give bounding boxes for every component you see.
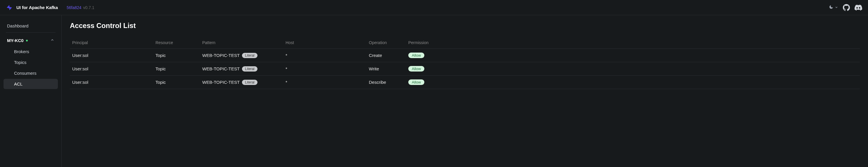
moon-icon: [829, 5, 834, 10]
pattern-type-badge: Literal: [242, 80, 257, 85]
sidebar-item-dashboard[interactable]: Dashboard: [6, 21, 56, 33]
cell-pattern: WEB-TOPIC-TESTLiteral: [200, 62, 283, 76]
col-header-permission[interactable]: Permission: [406, 37, 860, 49]
cluster-header[interactable]: MY-KC0: [0, 35, 61, 46]
permission-badge: Allow: [408, 53, 424, 58]
cell-operation: Describe: [367, 76, 406, 89]
sidebar-item-brokers[interactable]: Brokers: [3, 46, 58, 57]
col-header-operation[interactable]: Operation: [367, 37, 406, 49]
cell-host: *: [283, 49, 367, 62]
cell-operation: Create: [367, 49, 406, 62]
col-header-resource[interactable]: Resource: [153, 37, 200, 49]
sidebar-item-consumers[interactable]: Consumers: [3, 68, 58, 78]
cell-permission: Allow: [406, 62, 860, 76]
cell-resource: Topic: [153, 76, 200, 89]
app-title: UI for Apache Kafka: [17, 5, 58, 10]
cell-pattern: WEB-TOPIC-TESTLiteral: [200, 49, 283, 62]
cell-resource: Topic: [153, 49, 200, 62]
cell-permission: Allow: [406, 76, 860, 89]
commit-hash-link[interactable]: 56fa824: [67, 5, 82, 10]
cluster-name: MY-KC0: [7, 38, 24, 43]
logo-container: UI for Apache Kafka: [6, 4, 58, 11]
app-header: UI for Apache Kafka 56fa824 v0.7.1: [0, 0, 868, 15]
header-right: [829, 4, 862, 11]
version-container: 56fa824 v0.7.1: [67, 5, 94, 10]
table-row[interactable]: User:solTopicWEB-TOPIC-TESTLiteral*Write…: [70, 62, 860, 76]
status-dot-icon: [26, 40, 28, 41]
chevron-up-icon: [50, 38, 54, 43]
table-row[interactable]: User:solTopicWEB-TOPIC-TESTLiteral*Creat…: [70, 49, 860, 62]
cell-operation: Write: [367, 62, 406, 76]
col-header-host[interactable]: Host: [283, 37, 367, 49]
page-title: Access Control List: [70, 22, 860, 30]
chevron-down-icon: [835, 5, 838, 10]
pattern-name: WEB-TOPIC-TEST: [202, 66, 240, 71]
sidebar: Dashboard MY-KC0 Brokers Topics Consumer…: [0, 15, 62, 167]
pattern-type-badge: Literal: [242, 66, 257, 71]
acl-table: Principal Resource Pattern Host Operatio…: [70, 37, 860, 89]
github-icon[interactable]: [843, 4, 850, 11]
pattern-name: WEB-TOPIC-TEST: [202, 80, 240, 85]
sidebar-item-topics[interactable]: Topics: [3, 57, 58, 67]
cell-resource: Topic: [153, 62, 200, 76]
col-header-principal[interactable]: Principal: [70, 37, 153, 49]
sidebar-item-label: Brokers: [14, 49, 29, 54]
cell-principal: User:sol: [70, 76, 153, 89]
kafka-logo-icon: [6, 4, 13, 11]
pattern-type-badge: Literal: [242, 53, 257, 58]
cell-pattern: WEB-TOPIC-TESTLiteral: [200, 76, 283, 89]
cell-host: *: [283, 62, 367, 76]
version-number: v0.7.1: [83, 5, 94, 10]
cell-host: *: [283, 76, 367, 89]
cluster-name-wrap: MY-KC0: [7, 38, 28, 43]
layout: Dashboard MY-KC0 Brokers Topics Consumer…: [0, 15, 868, 167]
cell-principal: User:sol: [70, 49, 153, 62]
sidebar-item-label: Dashboard: [7, 23, 28, 28]
main-content: Access Control List Principal Resource P…: [62, 15, 868, 167]
table-row[interactable]: User:solTopicWEB-TOPIC-TESTLiteral*Descr…: [70, 76, 860, 89]
sidebar-item-acl[interactable]: ACL: [3, 79, 58, 89]
theme-toggle[interactable]: [829, 5, 838, 10]
sidebar-item-label: Topics: [14, 60, 27, 65]
permission-badge: Allow: [408, 79, 424, 85]
sidebar-item-label: Consumers: [14, 71, 36, 76]
cell-permission: Allow: [406, 49, 860, 62]
cell-principal: User:sol: [70, 62, 153, 76]
pattern-name: WEB-TOPIC-TEST: [202, 53, 240, 58]
sidebar-item-label: ACL: [14, 81, 23, 87]
discord-icon[interactable]: [855, 4, 862, 11]
permission-badge: Allow: [408, 66, 424, 71]
col-header-pattern[interactable]: Pattern: [200, 37, 283, 49]
table-header-row: Principal Resource Pattern Host Operatio…: [70, 37, 860, 49]
